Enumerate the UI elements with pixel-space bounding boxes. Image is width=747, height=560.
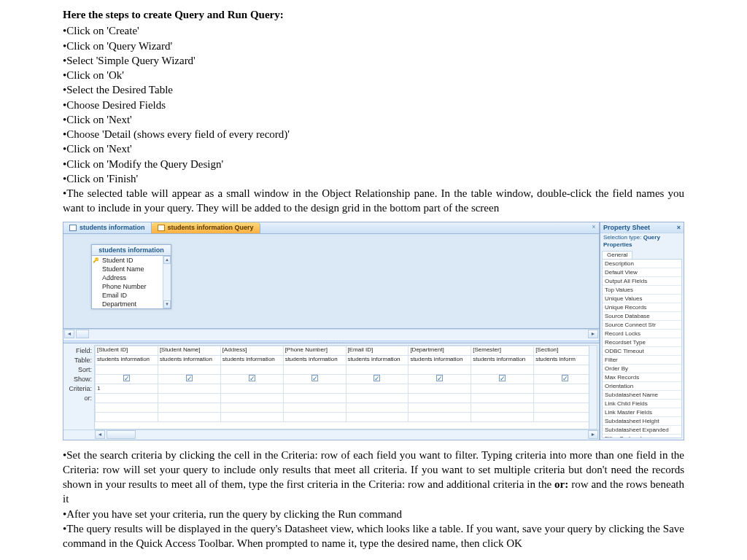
grid-cell[interactable] bbox=[220, 374, 283, 384]
grid-cell[interactable] bbox=[471, 394, 534, 403]
property-row[interactable]: Recordset Type bbox=[603, 338, 681, 347]
show-checkbox[interactable] bbox=[499, 375, 506, 381]
grid-cell[interactable]: [Student ID] bbox=[96, 346, 158, 355]
tab-students-information-query[interactable]: students information Query bbox=[152, 222, 260, 233]
grid-cell[interactable]: [Email ID] bbox=[346, 346, 409, 355]
grid-cell[interactable]: [Phone Number] bbox=[283, 346, 346, 355]
property-row[interactable]: Orientation bbox=[603, 382, 681, 391]
tab-students-information[interactable]: students information bbox=[63, 222, 152, 233]
grid-cell[interactable] bbox=[346, 374, 409, 384]
grid-row-criteria[interactable]: 1 bbox=[96, 384, 597, 394]
grid-cell[interactable] bbox=[158, 394, 220, 403]
table-field[interactable]: Phone Number bbox=[92, 282, 171, 291]
grid-vertical-scrollbar[interactable] bbox=[589, 346, 597, 429]
design-grid-hscroll[interactable]: ◄ ► bbox=[63, 429, 599, 440]
property-row[interactable]: Unique Records bbox=[603, 303, 681, 312]
grid-cell[interactable]: students information bbox=[283, 355, 346, 365]
property-row[interactable]: ODBC Timeout bbox=[603, 347, 681, 356]
grid-cell[interactable]: [Department] bbox=[409, 346, 471, 355]
show-checkbox[interactable] bbox=[374, 375, 380, 381]
grid-cell[interactable] bbox=[409, 394, 471, 403]
grid-cell[interactable]: students information bbox=[346, 355, 409, 365]
property-row[interactable]: Output All Fields bbox=[603, 277, 681, 286]
show-checkbox[interactable] bbox=[249, 375, 255, 381]
grid-cell[interactable] bbox=[409, 384, 471, 394]
grid-cell[interactable]: students information bbox=[409, 355, 471, 365]
property-row[interactable]: Max Records bbox=[603, 373, 681, 382]
property-row[interactable]: Description bbox=[603, 260, 681, 268]
grid-cell[interactable] bbox=[158, 365, 220, 374]
property-row[interactable]: Default View bbox=[603, 268, 681, 277]
property-row[interactable]: Unique Values bbox=[603, 295, 681, 303]
property-row[interactable]: Subdatasheet Expanded bbox=[603, 426, 681, 435]
grid-cell[interactable] bbox=[220, 394, 283, 403]
property-row[interactable]: Link Child Fields bbox=[603, 400, 681, 408]
grid-cell[interactable] bbox=[534, 394, 597, 403]
show-checkbox[interactable] bbox=[123, 375, 130, 381]
table-field[interactable]: Email ID bbox=[92, 291, 171, 300]
query-grid[interactable]: [Student ID] [Student Name] [Address] [P… bbox=[94, 345, 597, 429]
scroll-down-icon[interactable]: ▼ bbox=[163, 300, 171, 308]
grid-cell[interactable] bbox=[534, 374, 597, 384]
grid-cell[interactable] bbox=[283, 384, 346, 394]
grid-cell[interactable]: [Address] bbox=[220, 346, 283, 355]
property-row[interactable]: Record Locks bbox=[603, 330, 681, 338]
grid-cell[interactable] bbox=[409, 365, 471, 374]
property-row[interactable]: Order By bbox=[603, 365, 681, 373]
grid-row-or[interactable] bbox=[96, 394, 597, 403]
grid-cell[interactable] bbox=[96, 374, 158, 384]
grid-cell[interactable] bbox=[346, 384, 409, 394]
table-window-students-information[interactable]: students information Student ID Student … bbox=[91, 244, 171, 309]
grid-cell[interactable] bbox=[346, 394, 409, 403]
object-relationship-pane[interactable]: students information Student ID Student … bbox=[63, 234, 599, 329]
scroll-thumb[interactable] bbox=[76, 330, 89, 338]
grid-row-table[interactable]: students information students informatio… bbox=[96, 355, 597, 365]
grid-cell[interactable]: students information bbox=[220, 355, 283, 365]
table-field[interactable]: Student Name bbox=[92, 265, 171, 273]
grid-row-field[interactable]: [Student ID] [Student Name] [Address] [P… bbox=[96, 346, 597, 355]
property-row[interactable]: Source Connect Str bbox=[603, 321, 681, 330]
grid-cell[interactable] bbox=[534, 365, 597, 374]
grid-cell[interactable] bbox=[409, 374, 471, 384]
show-checkbox[interactable] bbox=[186, 375, 193, 381]
table-window-scrollbar[interactable]: ▲ ▼ bbox=[163, 256, 171, 308]
scroll-right-icon[interactable]: ► bbox=[588, 430, 598, 439]
grid-cell[interactable] bbox=[158, 374, 220, 384]
grid-cell[interactable]: students inform bbox=[534, 355, 597, 365]
property-row[interactable]: Filter bbox=[603, 356, 681, 365]
grid-cell[interactable]: 1 bbox=[96, 384, 158, 394]
show-checkbox[interactable] bbox=[436, 375, 443, 381]
close-icon[interactable]: × bbox=[589, 222, 599, 233]
property-row[interactable]: Top Values bbox=[603, 286, 681, 295]
table-field[interactable]: Student ID bbox=[92, 256, 171, 265]
property-tab-general[interactable]: General bbox=[602, 251, 632, 260]
scroll-up-icon[interactable]: ▲ bbox=[163, 256, 171, 264]
scroll-right-icon[interactable]: ► bbox=[588, 330, 598, 338]
table-field[interactable]: Department bbox=[92, 300, 171, 308]
show-checkbox[interactable] bbox=[311, 375, 318, 381]
property-row[interactable]: Link Master Fields bbox=[603, 408, 681, 417]
grid-cell[interactable] bbox=[96, 394, 158, 403]
grid-row-show[interactable] bbox=[96, 374, 597, 384]
grid-cell[interactable]: students information bbox=[471, 355, 534, 365]
grid-cell[interactable] bbox=[158, 384, 220, 394]
grid-row-sort[interactable] bbox=[96, 365, 597, 374]
grid-cell[interactable] bbox=[346, 365, 409, 374]
scroll-left-icon[interactable]: ◄ bbox=[64, 330, 74, 338]
property-row[interactable]: Source Database bbox=[603, 312, 681, 321]
grid-cell[interactable]: students information bbox=[158, 355, 220, 365]
property-row[interactable]: Subdatasheet Name bbox=[603, 391, 681, 400]
grid-cell[interactable]: [Section] bbox=[534, 346, 597, 355]
grid-cell[interactable] bbox=[220, 365, 283, 374]
grid-cell[interactable]: [Student Name] bbox=[158, 346, 220, 355]
grid-cell[interactable] bbox=[96, 365, 158, 374]
grid-cell[interactable] bbox=[283, 374, 346, 384]
close-icon[interactable]: × bbox=[677, 223, 681, 232]
grid-cell[interactable] bbox=[283, 365, 346, 374]
grid-cell[interactable] bbox=[534, 384, 597, 394]
property-list[interactable]: DescriptionDefault ViewOutput All Fields… bbox=[602, 259, 682, 438]
grid-cell[interactable] bbox=[471, 384, 534, 394]
grid-row-blank[interactable] bbox=[96, 403, 597, 413]
scroll-thumb[interactable] bbox=[107, 430, 136, 439]
grid-cell[interactable] bbox=[220, 384, 283, 394]
